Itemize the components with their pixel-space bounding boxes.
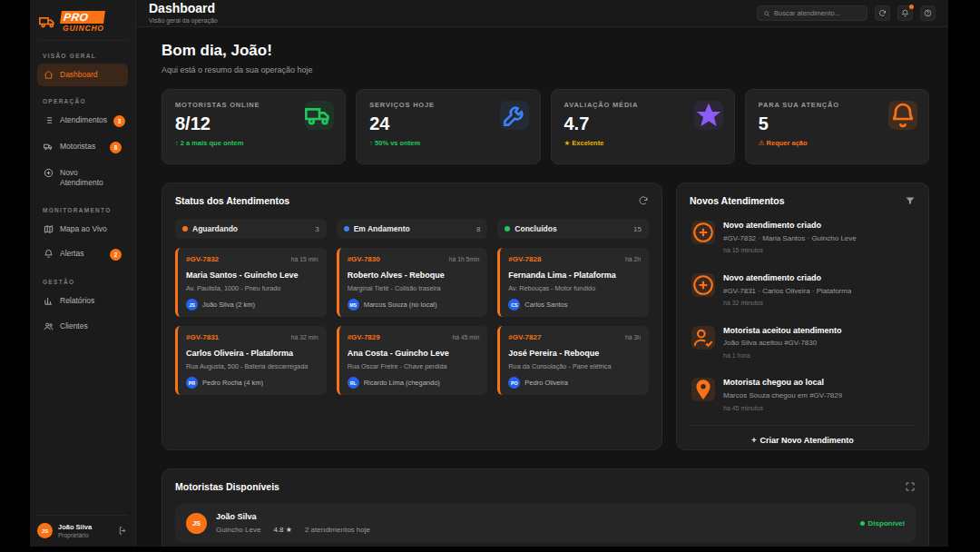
- kanban-column-count: 3: [315, 225, 318, 233]
- sidebar-item-label: Relatórios: [60, 296, 94, 306]
- user-profile[interactable]: JS João Silva Proprietário: [37, 515, 128, 539]
- service-id: #GV-7828: [508, 255, 541, 263]
- driver-meta: Guincho Leve 4.8 ★ 2 atendimentos hoje: [216, 526, 370, 535]
- stat-motoristas-online: MOTORISTAS ONLINE 8/12 ↑ 2 a mais que on…: [162, 89, 346, 164]
- sidebar-item-icon: [44, 70, 54, 80]
- sidebar-item-label: Mapa ao Vivo: [60, 224, 107, 234]
- sidebar-section: OPERAÇÃO Atendimentos 3 Motoristas: [37, 98, 128, 195]
- driver-name: Pedro Rocha (4 km): [202, 379, 263, 387]
- user-role: Proprietário: [58, 532, 92, 539]
- count-badge: 8: [110, 142, 122, 153]
- sidebar-section-label: OPERAÇÃO: [43, 98, 122, 104]
- logout-icon[interactable]: [118, 526, 128, 536]
- sidebar-item-dashboard[interactable]: Dashboard: [37, 64, 128, 86]
- service-title: Carlos Oliveira - Plataforma: [186, 349, 318, 358]
- search-icon: [763, 10, 770, 17]
- service-title: Roberto Alves - Reboque: [348, 271, 480, 280]
- kanban-column-count: 15: [633, 225, 642, 233]
- feed-item[interactable]: Novo atendimento criado #GV-7831 · Carlo…: [690, 264, 916, 317]
- status-dot: [505, 226, 510, 232]
- sidebar-item-icon: [44, 142, 54, 152]
- sidebar-item-label: Atendimentos: [60, 115, 107, 125]
- driver-jobs: 2 atendimentos hoje: [305, 526, 370, 535]
- sidebar-nav: VISÃO GERAL Dashboard OPERAÇÃO: [37, 41, 128, 340]
- service-card[interactable]: #GV-7831 há 32 min Carlos Oliveira - Pla…: [175, 326, 327, 395]
- service-card[interactable]: #GV-7829 há 45 min Ana Costa - Guincho L…: [337, 326, 488, 395]
- stat-icon: [694, 101, 723, 130]
- feed-item-desc: João Silva aceitou #GV-7830: [723, 339, 842, 348]
- sidebar-item-relatorios[interactable]: Relatórios: [37, 290, 128, 312]
- service-time: há 3h: [625, 334, 641, 340]
- service-card-top: #GV-7832 há 15 min: [186, 255, 318, 263]
- service-id: #GV-7827: [508, 333, 541, 341]
- service-id: #GV-7830: [348, 255, 380, 263]
- kanban-column-title: Em Andamento: [354, 224, 410, 233]
- sidebar-item-mapa-ao-vivo[interactable]: Mapa ao Vivo: [37, 218, 128, 241]
- kanban-column: Aguardando 3 #GV-7832 há: [175, 219, 327, 395]
- user-name: João Silva: [58, 523, 92, 532]
- sidebar-section: VISÃO GERAL Dashboard: [37, 53, 128, 86]
- driver-name: Pedro Oliveira: [524, 379, 568, 387]
- stat-para-sua-atencao: PARA SUA ATENÇÃO 5 ⚠ Requer ação: [745, 89, 929, 164]
- search-input[interactable]: [774, 9, 861, 17]
- create-service-button[interactable]: + Criar Novo Atendimento: [690, 425, 916, 445]
- feed-item-texts: Novo atendimento criado #GV-7832 · Maria…: [723, 221, 857, 255]
- kanban-column-title: Aguardando: [192, 224, 238, 233]
- feed-item-time: há 45 minutos: [723, 405, 842, 412]
- feed-item-title: Novo atendimento criado: [723, 221, 857, 231]
- count-badge: 3: [113, 115, 125, 127]
- help-button[interactable]: [920, 5, 936, 21]
- board-title: Status dos Atendimentos: [175, 195, 289, 206]
- refresh-button[interactable]: [875, 5, 890, 21]
- truck-logo-icon: [39, 13, 57, 31]
- sidebar-item-label: Dashboard: [60, 70, 98, 80]
- kanban-column: Concluídos 15 #GV-7828 há: [497, 219, 649, 395]
- notifications-button[interactable]: [897, 5, 913, 21]
- feed-item-icon: [691, 273, 715, 297]
- count-badge: 2: [110, 249, 122, 261]
- available-drivers-panel: Motoristas Disponíveis JS João Silva: [162, 468, 929, 547]
- feed-item[interactable]: Motorista aceitou atendimento João Silva…: [690, 317, 916, 370]
- sidebar-item-motoristas[interactable]: Motoristas 8: [37, 135, 128, 160]
- stat-servicos-hoje: SERVIÇOS HOJE 24 ↑ 50% vs ontem: [356, 89, 540, 164]
- bell-icon: [901, 9, 909, 17]
- feed-item[interactable]: Motorista chegou ao local Marcos Souza c…: [690, 369, 916, 421]
- sidebar-section: GESTÃO Relatórios Clientes: [37, 279, 128, 338]
- driver-row[interactable]: JS João Silva Guincho Leve 4.8 ★ 2 atend…: [175, 504, 916, 543]
- search-box: [757, 5, 867, 21]
- expand-icon[interactable]: [905, 481, 916, 492]
- sidebar-section-items: Relatórios Clientes: [37, 290, 128, 338]
- service-card-top: #GV-7829 há 45 min: [348, 333, 480, 341]
- board-refresh-icon[interactable]: [638, 195, 649, 206]
- sidebar-item-label: Motoristas: [60, 142, 95, 152]
- service-location: Rua Augusta, 500 - Bateria descarregada: [186, 362, 318, 370]
- service-card[interactable]: #GV-7832 há 15 min Maria Santos - Guinch…: [175, 248, 327, 317]
- sidebar-item-atendimentos[interactable]: Atendimentos 3: [37, 109, 128, 133]
- service-card-top: #GV-7828 há 2h: [508, 255, 641, 263]
- sidebar-item-novo-atendimento[interactable]: Novo Atendimento: [37, 162, 128, 195]
- driver-avatar: JS: [186, 513, 207, 534]
- page-heading: Dashboard Visão geral da operação: [149, 2, 218, 25]
- feed-item-time: há 15 minutos: [723, 247, 857, 254]
- sidebar-item-clientes[interactable]: Clientes: [37, 315, 128, 338]
- stat-trend: ★ Excelente: [564, 139, 721, 147]
- service-title: José Pereira - Reboque: [508, 349, 641, 358]
- sidebar-item-icon: [44, 249, 54, 259]
- sidebar-item-icon: [44, 224, 54, 234]
- status-badge: Disponível: [860, 519, 905, 527]
- service-location: Av. Paulista, 1000 - Pneu furado: [186, 284, 318, 292]
- service-card[interactable]: #GV-7830 há 1h 5min Roberto Alves - Rebo…: [337, 248, 488, 317]
- driver-info: João Silva Guincho Leve 4.8 ★ 2 atendime…: [216, 512, 370, 535]
- sidebar-item-alertas[interactable]: Alertas 2: [37, 242, 128, 267]
- feed-item-desc: Marcos Souza chegou em #GV-7829: [723, 391, 842, 400]
- feed-item-texts: Novo atendimento criado #GV-7831 · Carlo…: [723, 273, 851, 308]
- feed-item-desc: #GV-7831 · Carlos Oliveira · Plataforma: [723, 287, 851, 296]
- feed-item[interactable]: Novo atendimento criado #GV-7832 · Maria…: [690, 212, 916, 264]
- page-title: Dashboard: [149, 2, 218, 15]
- sidebar-item-label: Clientes: [60, 321, 88, 331]
- status-board-panel: Status dos Atendimentos Aguardando: [162, 182, 662, 450]
- service-card[interactable]: #GV-7828 há 2h Fernanda Lima - Plataform…: [497, 248, 649, 317]
- feed-item-icon: [691, 221, 715, 244]
- filter-icon[interactable]: [905, 195, 916, 206]
- service-card[interactable]: #GV-7827 há 3h José Pereira - Reboque Ru…: [497, 326, 649, 395]
